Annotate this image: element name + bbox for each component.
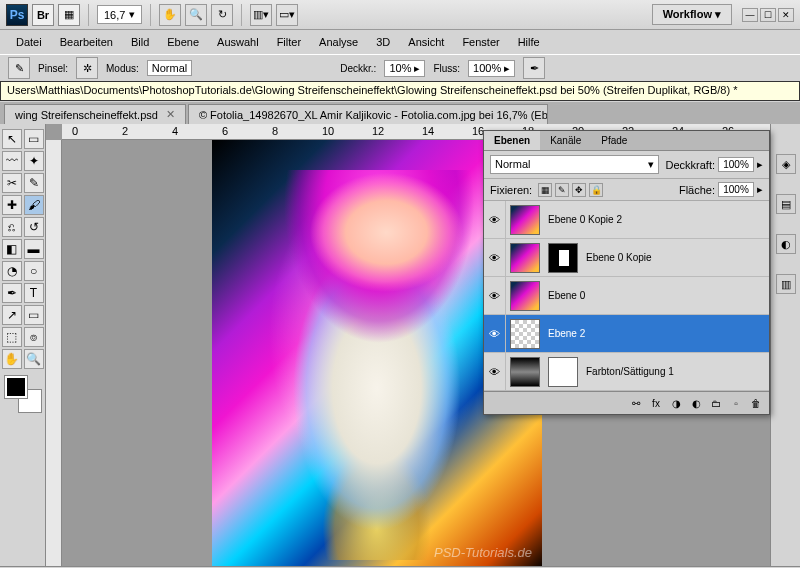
- layers-panel-icon[interactable]: ▥: [776, 274, 796, 294]
- blend-mode-select[interactable]: Normal▾: [490, 155, 659, 174]
- new-layer-icon[interactable]: ▫: [727, 395, 745, 411]
- lock-transparency-icon[interactable]: ▦: [538, 183, 552, 197]
- layer-row[interactable]: 👁 Ebene 2: [484, 315, 769, 353]
- menu-analyse[interactable]: Analyse: [311, 33, 366, 51]
- doc-tab[interactable]: wing Streifenscheineffekt.psd✕: [4, 104, 186, 124]
- layer-name[interactable]: Ebene 0 Kopie: [582, 252, 769, 263]
- layer-name[interactable]: Farbton/Sättigung 1: [582, 366, 769, 377]
- blur-tool-icon[interactable]: ◔: [2, 261, 22, 281]
- visibility-icon[interactable]: 👁: [484, 315, 506, 352]
- layer-mask-thumb[interactable]: [548, 357, 578, 387]
- hand-tool-icon[interactable]: ✋: [159, 4, 181, 26]
- layer-row[interactable]: 👁 Farbton/Sättigung 1: [484, 353, 769, 391]
- menu-3d[interactable]: 3D: [368, 33, 398, 51]
- opacity-field[interactable]: 10%▸: [384, 60, 425, 77]
- crop-tool-icon[interactable]: ✂: [2, 173, 22, 193]
- gradient-tool-icon[interactable]: ▬: [24, 239, 44, 259]
- close-icon[interactable]: ✕: [166, 108, 175, 121]
- menu-hilfe[interactable]: Hilfe: [510, 33, 548, 51]
- zoom-tool-icon[interactable]: 🔍: [185, 4, 207, 26]
- layer-group-icon[interactable]: 🗀: [707, 395, 725, 411]
- fill-input[interactable]: [718, 182, 754, 197]
- lasso-tool-icon[interactable]: 〰: [2, 151, 22, 171]
- menu-filter[interactable]: Filter: [269, 33, 309, 51]
- history-brush-icon[interactable]: ↺: [24, 217, 44, 237]
- visibility-icon[interactable]: 👁: [484, 277, 506, 314]
- tab-pfade[interactable]: Pfade: [591, 131, 637, 150]
- 3d-tool-icon[interactable]: ⬚: [2, 327, 22, 347]
- visibility-icon[interactable]: 👁: [484, 239, 506, 276]
- layer-name[interactable]: Ebene 0 Kopie 2: [544, 214, 769, 225]
- bridge-icon[interactable]: Br: [32, 4, 54, 26]
- menu-fenster[interactable]: Fenster: [454, 33, 507, 51]
- pen-tool-icon[interactable]: ✒: [2, 283, 22, 303]
- link-layers-icon[interactable]: ⚯: [627, 395, 645, 411]
- layer-mask-thumb[interactable]: [548, 243, 578, 273]
- vertical-ruler[interactable]: [46, 140, 62, 566]
- foreground-color[interactable]: [5, 376, 27, 398]
- eyedropper-tool-icon[interactable]: ✎: [24, 173, 44, 193]
- zoom-tool-icon[interactable]: 🔍: [24, 349, 44, 369]
- camera-tool-icon[interactable]: ⌾: [24, 327, 44, 347]
- lock-position-icon[interactable]: ✥: [572, 183, 586, 197]
- marquee-tool-icon[interactable]: ▭: [24, 129, 44, 149]
- photoshop-icon[interactable]: Ps: [6, 4, 28, 26]
- tab-kanaele[interactable]: Kanäle: [540, 131, 591, 150]
- layer-row[interactable]: 👁 Ebene 0 Kopie: [484, 239, 769, 277]
- layer-thumb[interactable]: [510, 357, 540, 387]
- dodge-tool-icon[interactable]: ○: [24, 261, 44, 281]
- brush-preset-icon[interactable]: ✲: [76, 57, 98, 79]
- shape-tool-icon[interactable]: ▭: [24, 305, 44, 325]
- hand-tool-icon[interactable]: ✋: [2, 349, 22, 369]
- lock-pixels-icon[interactable]: ✎: [555, 183, 569, 197]
- color-panel-icon[interactable]: ◈: [776, 154, 796, 174]
- menu-datei[interactable]: Datei: [8, 33, 50, 51]
- delete-layer-icon[interactable]: 🗑: [747, 395, 765, 411]
- layer-fx-icon[interactable]: fx: [647, 395, 665, 411]
- doc-tab[interactable]: © Fotolia_14982670_XL Amir Kaljikovic - …: [188, 104, 548, 124]
- adjustment-layer-icon[interactable]: ◐: [687, 395, 705, 411]
- type-tool-icon[interactable]: T: [24, 283, 44, 303]
- airbrush-icon[interactable]: ✒: [523, 57, 545, 79]
- tab-ebenen[interactable]: Ebenen: [484, 131, 540, 150]
- window-restore-icon[interactable]: ☐: [760, 8, 776, 22]
- menu-auswahl[interactable]: Auswahl: [209, 33, 267, 51]
- brush-tool-icon[interactable]: 🖌: [24, 195, 44, 215]
- eraser-tool-icon[interactable]: ◧: [2, 239, 22, 259]
- heal-tool-icon[interactable]: ✚: [2, 195, 22, 215]
- layer-thumb[interactable]: [510, 205, 540, 235]
- stamp-tool-icon[interactable]: ⎌: [2, 217, 22, 237]
- adjustments-panel-icon[interactable]: ◐: [776, 234, 796, 254]
- color-swatches[interactable]: [5, 376, 41, 412]
- rotate-view-icon[interactable]: ↻: [211, 4, 233, 26]
- arrange-docs-icon[interactable]: ▥▾: [250, 4, 272, 26]
- tool-preset-icon[interactable]: ✎: [8, 57, 30, 79]
- zoom-level-select[interactable]: 16,7▾: [97, 5, 142, 24]
- window-minimize-icon[interactable]: —: [742, 8, 758, 22]
- layer-thumb[interactable]: [510, 281, 540, 311]
- wand-tool-icon[interactable]: ✦: [24, 151, 44, 171]
- screen-mode-icon[interactable]: ▭▾: [276, 4, 298, 26]
- layer-name[interactable]: Ebene 2: [544, 328, 769, 339]
- workspace-switcher[interactable]: Workflow ▾: [652, 4, 732, 25]
- layer-mask-icon[interactable]: ◑: [667, 395, 685, 411]
- lock-all-icon[interactable]: 🔒: [589, 183, 603, 197]
- menu-bild[interactable]: Bild: [123, 33, 157, 51]
- flow-field[interactable]: 100%▸: [468, 60, 515, 77]
- move-tool-icon[interactable]: ↖: [2, 129, 22, 149]
- swatches-panel-icon[interactable]: ▤: [776, 194, 796, 214]
- visibility-icon[interactable]: 👁: [484, 201, 506, 238]
- layer-thumb[interactable]: [510, 319, 540, 349]
- mini-bridge-icon[interactable]: ▦: [58, 4, 80, 26]
- menu-bearbeiten[interactable]: Bearbeiten: [52, 33, 121, 51]
- opacity-input[interactable]: [718, 157, 754, 172]
- menu-ansicht[interactable]: Ansicht: [400, 33, 452, 51]
- blend-mode-field[interactable]: Normal: [147, 60, 192, 76]
- window-close-icon[interactable]: ✕: [778, 8, 794, 22]
- layer-thumb[interactable]: [510, 243, 540, 273]
- path-sel-tool-icon[interactable]: ↗: [2, 305, 22, 325]
- visibility-icon[interactable]: 👁: [484, 353, 506, 390]
- layer-row[interactable]: 👁 Ebene 0 Kopie 2: [484, 201, 769, 239]
- menu-ebene[interactable]: Ebene: [159, 33, 207, 51]
- layer-row[interactable]: 👁 Ebene 0: [484, 277, 769, 315]
